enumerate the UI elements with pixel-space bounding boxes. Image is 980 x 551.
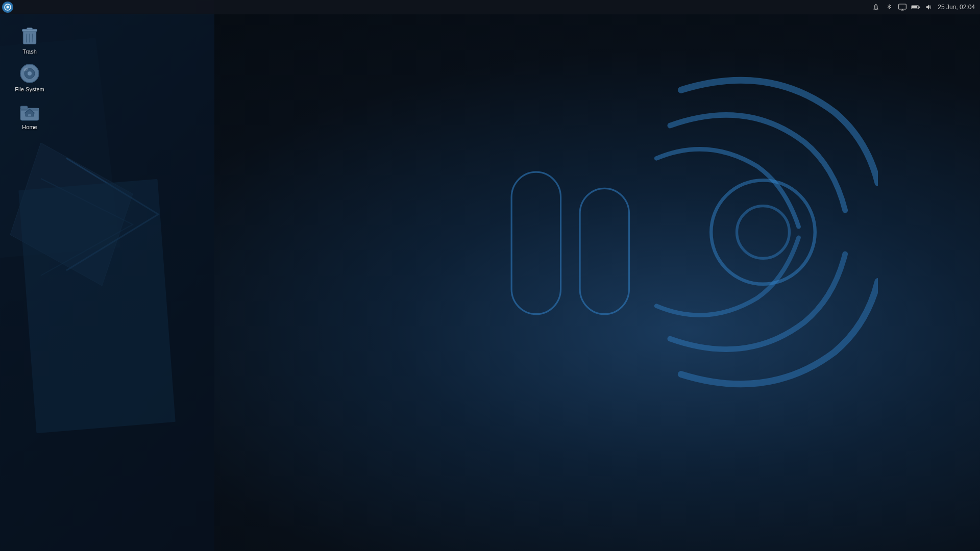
desktop-icon-trash[interactable]: Trash [4,22,55,58]
volume-icon[interactable] [924,3,934,12]
home-icon-label: Home [22,124,37,130]
bluetooth-icon[interactable] [885,3,894,12]
svg-rect-3 [580,188,629,314]
svg-rect-2 [511,172,560,314]
taskbar-left [0,2,15,13]
desktop-icon-home[interactable]: Home [4,97,55,133]
desktop-icons-area: Trash File System [0,18,66,137]
taskbar-datetime[interactable]: 25 Jun, 02:04 [938,4,975,11]
trash-icon [19,25,40,46]
svg-point-5 [737,206,790,259]
svg-line-15 [27,34,27,42]
svg-point-4 [711,180,815,284]
svg-rect-11 [912,6,917,8]
filesystem-icon [19,63,40,84]
battery-icon[interactable] [911,3,920,12]
svg-rect-24 [20,106,28,109]
svg-rect-8 [899,4,906,9]
svg-line-17 [32,34,33,42]
desktop-icon-filesystem[interactable]: File System [4,60,55,95]
notifications-icon[interactable] [871,3,880,12]
svg-point-20 [28,71,32,76]
desktop: 25 Jun, 02:04 Trash [0,0,980,551]
filesystem-icon-label: File System [15,86,44,92]
trash-icon-label: Trash [22,48,37,55]
svg-rect-25 [28,114,31,116]
app-menu-button[interactable] [2,2,13,13]
svg-point-7 [7,6,9,8]
svg-rect-14 [27,28,33,30]
home-icon [19,101,40,122]
taskbar: 25 Jun, 02:04 [0,0,980,14]
display-icon[interactable] [898,3,907,12]
svg-rect-10 [919,6,920,8]
taskbar-right: 25 Jun, 02:04 [871,0,980,14]
wallpaper-logo [495,41,878,423]
